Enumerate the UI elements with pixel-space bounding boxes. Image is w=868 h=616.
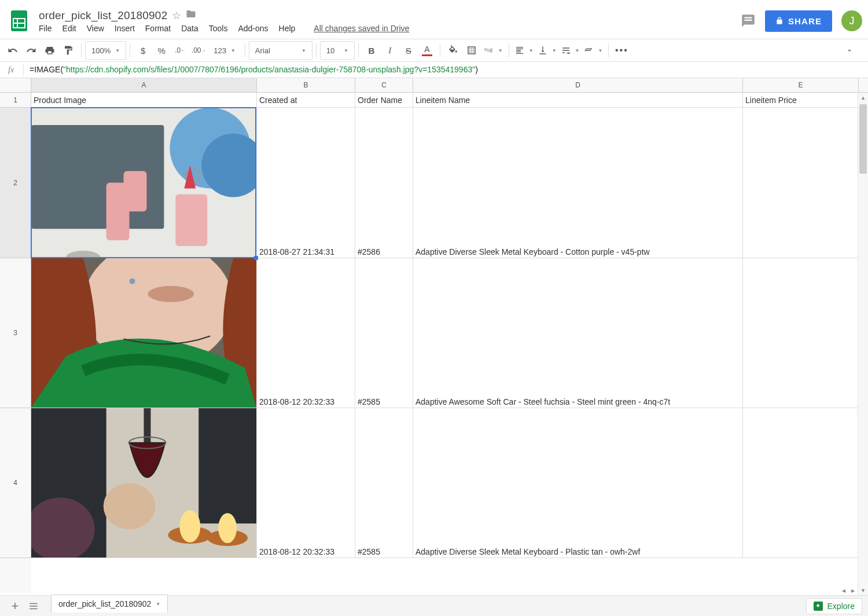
cell-b2[interactable]: 2018-08-27 21:34:31	[257, 108, 355, 258]
menu-addons[interactable]: Add-ons	[238, 24, 268, 33]
italic-icon[interactable]: I	[381, 41, 399, 60]
svg-rect-9	[124, 171, 147, 212]
merge-dropdown[interactable]: ▼	[481, 41, 505, 60]
doc-title[interactable]: order_pick_list_20180902	[39, 9, 167, 22]
collapse-toolbar-icon[interactable]	[840, 41, 859, 60]
cell-c1[interactable]: Order Name	[355, 93, 413, 108]
cell-b4[interactable]: 2018-08-12 20:32:33	[257, 408, 355, 558]
formula-bar[interactable]: fx =IMAGE("https://cdn.shopify.com/s/fil…	[0, 62, 868, 78]
currency-icon[interactable]: $	[134, 41, 152, 60]
cell-e4[interactable]	[743, 408, 859, 558]
grid-body: 1 2 3 4 Product Image Created at Order N…	[0, 93, 868, 593]
avatar[interactable]: J	[841, 10, 862, 31]
more-icon[interactable]: •••	[612, 41, 631, 60]
cell-a3[interactable]	[31, 258, 257, 408]
paint-format-icon[interactable]	[59, 41, 78, 60]
percent-icon[interactable]: %	[152, 41, 171, 60]
cell-d4[interactable]: Adaptive Diverse Sleek Metal Keyboard - …	[413, 408, 743, 558]
cell-e2[interactable]	[743, 108, 859, 258]
row-headers: 1 2 3 4	[0, 93, 31, 593]
scroll-up-icon[interactable]: ▲	[858, 93, 868, 103]
svg-point-24	[104, 483, 156, 529]
row-header-2[interactable]: 2	[0, 108, 31, 258]
cell-b3[interactable]: 2018-08-12 20:32:33	[257, 258, 355, 408]
comments-icon[interactable]	[741, 13, 756, 28]
svg-point-28	[218, 513, 237, 543]
all-sheets-icon[interactable]	[24, 597, 43, 615]
hscroll-right-icon[interactable]: ▶	[849, 587, 856, 594]
sheet-tab-menu-icon[interactable]: ▼	[156, 602, 160, 607]
cell-d2[interactable]: Adaptive Diverse Sleek Metal Keyboard - …	[413, 108, 743, 258]
zoom-dropdown[interactable]: 100%▼	[85, 41, 126, 60]
undo-icon[interactable]	[3, 41, 22, 60]
menu-edit[interactable]: Edit	[62, 24, 76, 33]
bold-icon[interactable]: B	[362, 41, 381, 60]
svg-point-16	[148, 286, 194, 302]
row-header-4[interactable]: 4	[0, 408, 31, 558]
share-label: SHARE	[788, 16, 822, 26]
bottom-bar: + order_pick_list_20180902 ▼ ✦ Explore	[0, 595, 868, 616]
scroll-thumb[interactable]	[859, 104, 867, 174]
cell-c4[interactable]: #2585	[355, 408, 413, 558]
menu-insert[interactable]: Insert	[115, 24, 135, 33]
menu-file[interactable]: File	[39, 24, 52, 33]
col-header-c[interactable]: C	[355, 78, 413, 92]
select-all-corner[interactable]	[0, 78, 31, 92]
cell-a1[interactable]: Product Image	[31, 93, 257, 108]
cell-d3[interactable]: Adaptive Awesome Soft Car - Steel fuchsi…	[413, 258, 743, 408]
svg-point-26	[179, 510, 200, 542]
menu-help[interactable]: Help	[279, 24, 296, 33]
halign-dropdown[interactable]: ▼	[513, 41, 536, 60]
fill-color-icon[interactable]	[444, 41, 462, 60]
print-icon[interactable]	[41, 41, 59, 60]
rotate-dropdown[interactable]: ▼	[582, 41, 605, 60]
dec-decimal-icon[interactable]: .0←	[171, 41, 189, 60]
menu-view[interactable]: View	[87, 24, 104, 33]
folder-icon[interactable]	[186, 9, 196, 22]
row-header-1[interactable]: 1	[0, 93, 31, 108]
grid: A B C D E 1 2 3 4 Product Image Created …	[0, 78, 868, 593]
font-size-dropdown[interactable]: 10▼	[320, 41, 355, 60]
redo-icon[interactable]	[22, 41, 41, 60]
add-sheet-icon[interactable]: +	[6, 597, 24, 615]
number-format-dropdown[interactable]: 123▼	[208, 41, 241, 60]
col-header-e[interactable]: E	[743, 78, 859, 92]
col-header-a[interactable]: A	[31, 78, 257, 92]
cell-b1[interactable]: Created at	[257, 93, 355, 108]
strike-icon[interactable]: S	[399, 41, 418, 60]
toolbar: 100%▼ $ % .0← .00→ 123▼ Arial▼ 10▼ B I S…	[0, 39, 868, 62]
cell-d1[interactable]: Lineitem Name	[413, 93, 743, 108]
hscroll-left-icon[interactable]: ◀	[840, 587, 847, 594]
menu-tools[interactable]: Tools	[209, 24, 228, 33]
cell-e1[interactable]: Lineitem Price	[743, 93, 859, 108]
cell-a4[interactable]	[31, 408, 257, 558]
row-header-3[interactable]: 3	[0, 258, 31, 408]
sheets-icon[interactable]	[6, 8, 32, 34]
explore-button[interactable]: ✦ Explore	[806, 598, 862, 614]
product-image-2	[31, 258, 256, 408]
valign-dropdown[interactable]: ▼	[536, 41, 559, 60]
vertical-scrollbar[interactable]: ▲ ▼	[858, 93, 868, 596]
star-icon[interactable]: ☆	[172, 9, 181, 22]
cell-c2[interactable]: #2586	[355, 108, 413, 258]
text-color-icon[interactable]: A	[418, 41, 436, 60]
sheet-tab[interactable]: order_pick_list_20180902 ▼	[51, 595, 168, 613]
inc-decimal-icon[interactable]: .00→	[189, 41, 208, 60]
col-header-d[interactable]: D	[413, 78, 743, 92]
font-dropdown[interactable]: Arial▼	[249, 41, 312, 60]
menu-data[interactable]: Data	[181, 24, 198, 33]
product-image-3	[31, 408, 256, 558]
borders-icon[interactable]	[462, 41, 481, 60]
col-header-b[interactable]: B	[257, 78, 355, 92]
cell-e3[interactable]	[743, 258, 859, 408]
scroll-down-icon[interactable]: ▼	[858, 585, 868, 596]
save-status[interactable]: All changes saved in Drive	[314, 24, 409, 33]
formula-content: =IMAGE("https://cdn.shopify.com/s/files/…	[30, 65, 478, 75]
wrap-dropdown[interactable]: ▼	[559, 41, 582, 60]
active-cell-handle[interactable]	[254, 256, 258, 260]
cell-a2[interactable]	[31, 108, 257, 258]
share-button[interactable]: SHARE	[765, 10, 832, 32]
menu-format[interactable]: Format	[145, 24, 171, 33]
title-area: order_pick_list_20180902 ☆ File Edit Vie…	[39, 9, 741, 33]
cell-c3[interactable]: #2585	[355, 258, 413, 408]
